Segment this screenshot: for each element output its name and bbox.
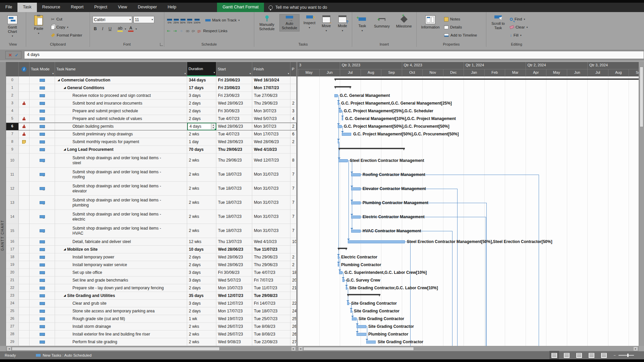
gantt-chart-view-button[interactable]: Gantt Chart ▾ xyxy=(3,14,22,39)
table-row[interactable]: 19Install temporary water service2 daysW… xyxy=(6,261,297,269)
duration-cell[interactable]: 2 days xyxy=(187,261,216,269)
duration-cell[interactable]: 3 days xyxy=(187,277,216,284)
predecessors-cell[interactable] xyxy=(290,246,297,253)
clear-button[interactable]: Clear▾ xyxy=(510,23,528,31)
zoom-slider[interactable] xyxy=(619,355,634,356)
duration-cell[interactable]: 3 days xyxy=(187,269,216,277)
finish-cell[interactable]: Mon 31/07/23 xyxy=(252,168,290,182)
start-cell[interactable]: Tue 18/07/23 xyxy=(216,224,252,238)
row-number[interactable]: 8 xyxy=(6,138,19,146)
task-mode-cell[interactable] xyxy=(30,182,55,196)
task-bar[interactable] xyxy=(338,125,342,128)
table-row[interactable]: 24Clear and grub site3 daysWed 12/07/23F… xyxy=(6,300,297,307)
predecessors-cell[interactable]: 6 xyxy=(290,130,297,138)
task-bar[interactable] xyxy=(351,201,361,204)
scrollbar-thumb[interactable] xyxy=(303,347,414,351)
table-row[interactable]: 29Perform final site grading2 wksWed 9/0… xyxy=(6,338,297,346)
add-to-timeline-button[interactable]: Add to Timeline xyxy=(444,32,477,39)
table-row[interactable]: 23◢Site Grading and Utilities35 daysWed … xyxy=(6,292,297,300)
task-name-cell[interactable]: Rough grade site (cut and fill) xyxy=(55,315,187,323)
task-bar[interactable] xyxy=(338,102,339,105)
column-header-task-mode[interactable]: Task Mode▾ xyxy=(30,62,55,76)
predecessors-cell[interactable]: 7 xyxy=(290,168,297,182)
start-cell[interactable]: Thu 13/07/23 xyxy=(216,238,252,246)
collapse-triangle-icon[interactable]: ◢ xyxy=(64,148,66,151)
task-name-cell[interactable]: ◢Site Grading and Utilities xyxy=(55,292,187,300)
task-name-cell[interactable]: Prepare and submit project schedule xyxy=(55,107,187,115)
task-mode-cell[interactable] xyxy=(30,76,55,84)
team-planner-view-button[interactable] xyxy=(576,353,582,358)
task-bar[interactable] xyxy=(338,256,339,259)
tab-file[interactable]: File xyxy=(0,3,17,12)
table-row[interactable]: 9◢Long Lead Procurement70 daysThu 29/06/… xyxy=(6,146,297,154)
chart-vertical-scrollbar[interactable] xyxy=(639,62,644,346)
row-number[interactable]: 5 xyxy=(6,115,19,123)
table-row[interactable]: 12Submit shop drawings and order long le… xyxy=(6,182,297,196)
task-bar[interactable] xyxy=(348,240,405,243)
zoom-slider-knob[interactable] xyxy=(627,354,629,357)
predecessors-cell[interactable]: 18 xyxy=(290,269,297,277)
start-cell[interactable]: Wed 28/06/23 xyxy=(216,253,252,261)
scrollbar-thumb[interactable] xyxy=(640,67,643,127)
task-name-cell[interactable]: Prepare and submit schedule of values xyxy=(55,115,187,123)
duration-cell[interactable]: 2 wks xyxy=(187,224,216,238)
finish-cell[interactable]: Tue 29/08/23 xyxy=(252,292,290,300)
row-number[interactable]: 2 xyxy=(6,92,19,100)
row-number[interactable]: 23 xyxy=(6,292,19,300)
row-number[interactable]: 21 xyxy=(6,277,19,284)
task-mode-cell[interactable] xyxy=(30,292,55,300)
task-name-cell[interactable]: Install storm drainage xyxy=(55,323,187,330)
highlight-color-button[interactable]: ab xyxy=(117,26,123,32)
table-row[interactable]: 10Submit shop drawings and order long le… xyxy=(6,154,297,168)
duration-cell[interactable]: 2 days xyxy=(187,253,216,261)
inspect-button[interactable]: ? Inspect ▾ xyxy=(302,14,317,31)
gantt-view-button[interactable] xyxy=(551,353,557,358)
bold-button[interactable]: B xyxy=(93,26,98,31)
column-header-indicators[interactable]: i xyxy=(19,62,30,76)
unlink-tasks-icon[interactable]: c> xyxy=(192,29,195,33)
task-name-cell[interactable]: Submit monthly requests for payment xyxy=(55,138,187,146)
row-number[interactable]: 13 xyxy=(6,196,19,210)
task-name-cell[interactable]: ◢Mobilize on Site xyxy=(55,246,187,253)
table-row[interactable]: 21Set line and grade benchmarks3 daysWed… xyxy=(6,277,297,284)
task-mode-cell[interactable] xyxy=(30,196,55,210)
task-mode-cell[interactable] xyxy=(30,100,55,107)
table-row[interactable]: 20Set up site office3 daysFri 30/06/23Tu… xyxy=(6,269,297,277)
row-number[interactable]: 18 xyxy=(6,253,19,261)
move-button[interactable]: → Move ▾ xyxy=(320,14,333,34)
task-bar[interactable] xyxy=(357,333,366,336)
report-view-button[interactable] xyxy=(601,353,607,358)
finish-cell[interactable]: Tue 4/07/23 xyxy=(252,269,290,277)
scroll-right-arrow-icon[interactable]: ▸ xyxy=(291,347,296,351)
manually-schedule-button[interactable]: Manually Schedule xyxy=(257,14,277,32)
table-row[interactable]: 13Submit shop drawings and order long le… xyxy=(6,196,297,210)
finish-cell[interactable]: Tue 8/08/23 xyxy=(252,330,290,338)
summary-bar[interactable] xyxy=(334,86,351,89)
task-name-cell[interactable]: Clear and grub site xyxy=(55,300,187,307)
finish-cell[interactable]: Fri 14/07/23 xyxy=(252,300,290,307)
start-cell[interactable]: Fri 30/06/23 xyxy=(216,269,252,277)
task-name-cell[interactable]: Stone site access and temporary parking … xyxy=(55,307,187,315)
row-number[interactable]: 26 xyxy=(6,315,19,323)
finish-cell[interactable]: Thu 29/06/23 xyxy=(252,253,290,261)
table-row[interactable]: 7Submit preliminary shop drawings2 wksTu… xyxy=(6,130,297,138)
task-bar[interactable] xyxy=(351,230,361,233)
percent-complete-100%[interactable]: 100% xyxy=(194,19,200,24)
paste-button[interactable]: Paste ▾ xyxy=(29,14,48,36)
italic-button[interactable]: I xyxy=(100,26,105,31)
table-row[interactable]: 16Detail, fabricate and deliver steel12 … xyxy=(6,238,297,246)
finish-cell[interactable]: Tue 11/07/23 xyxy=(252,246,290,253)
task-mode-cell[interactable] xyxy=(30,130,55,138)
start-cell[interactable]: Wed 12/07/23 xyxy=(216,292,252,300)
duration-cell[interactable]: 1 wk xyxy=(187,315,216,323)
tab-report[interactable]: Report xyxy=(65,3,89,12)
finish-cell[interactable]: Tue 11/07/23 xyxy=(252,284,290,292)
respect-links-button[interactable]: Respect Links xyxy=(203,27,227,35)
task-mode-cell[interactable] xyxy=(30,210,55,224)
duration-cell[interactable]: 2 wks xyxy=(187,210,216,224)
task-name-cell[interactable]: Submit bond and insurance documents xyxy=(55,100,187,107)
task-mode-cell[interactable] xyxy=(30,338,55,346)
row-number[interactable]: 15 xyxy=(6,224,19,238)
start-cell[interactable]: Fri 23/06/23 xyxy=(216,84,252,92)
task-name-cell[interactable]: Submit shop drawings and order long lead… xyxy=(55,168,187,182)
